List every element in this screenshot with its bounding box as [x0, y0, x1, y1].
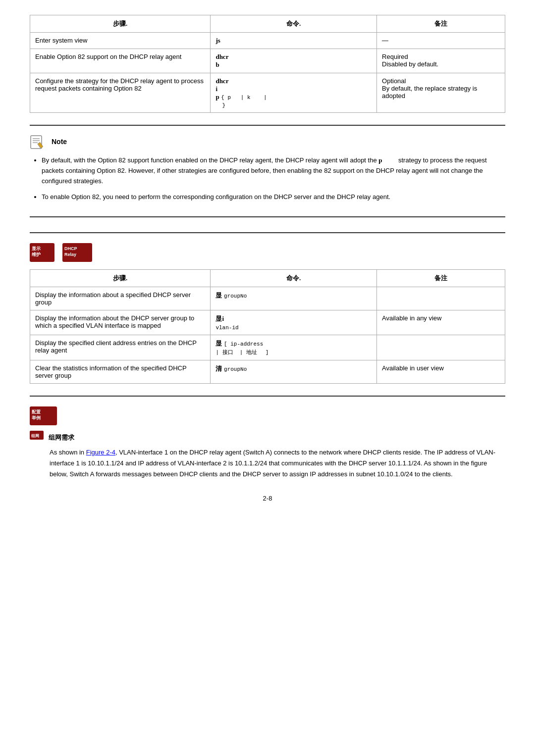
col2-header-note: 备注	[377, 270, 505, 287]
note-required: Required Disabled by default.	[377, 49, 505, 73]
table1-section: 步骤. 命令. 备注 Enter system view js — Enable…	[30, 15, 505, 113]
example-section: 配置 举例 组网 组网需求 As shown in Figure 2-4, VL…	[30, 406, 505, 480]
cmd-configure-strategy: dhcrip { p | k | }	[211, 73, 377, 113]
note-any-view: Available in any view	[377, 310, 505, 335]
col-header-cmd: 命令.	[211, 15, 377, 33]
svg-text:维护: 维护	[32, 252, 41, 257]
note-optional: Optional By default, the replace strateg…	[377, 73, 505, 113]
example-heading: 配置 举例	[30, 406, 505, 427]
note-dash: —	[377, 33, 505, 49]
step-configure-strategy: Configure the strategy for the DHCP rela…	[30, 73, 211, 113]
note-title: Note	[52, 138, 67, 146]
col2-header-step: 步骤.	[30, 270, 211, 287]
col-header-note: 备注	[377, 15, 505, 33]
table-row: Display the information about a specifie…	[30, 287, 505, 310]
table-row: Enter system view js —	[30, 33, 505, 49]
col2-header-cmd: 命令.	[211, 270, 377, 287]
note-display-server	[377, 287, 505, 310]
section2-icon-left: 显示 维护	[30, 243, 54, 263]
table-row: Enable Option 82 support on the DHCP rel…	[30, 49, 505, 73]
note-item-1: By default, with the Option 82 support f…	[42, 155, 505, 186]
example-paragraph: As shown in Figure 2-4, VLAN-interface 1…	[50, 447, 505, 480]
section2-heading: 显示 维护 DHCP Relay	[30, 243, 505, 263]
svg-text:举例: 举例	[32, 415, 41, 420]
section2-divider	[30, 396, 505, 397]
note-header: Note	[30, 134, 505, 150]
cmd-enable-option82: dhcrb	[211, 49, 377, 73]
svg-text:Relay: Relay	[64, 252, 76, 257]
page-number: 2-8	[30, 495, 505, 502]
svg-text:组网: 组网	[31, 434, 39, 438]
cmd-system-view: js	[211, 33, 377, 49]
step-display-client-addr: Display the specified client address ent…	[30, 335, 211, 360]
table-row: Clear the statistics information of the …	[30, 360, 505, 384]
svg-text:配置: 配置	[32, 409, 41, 414]
example-subheading: 组网 组网需求	[30, 431, 505, 442]
note-list: By default, with the Option 82 support f…	[30, 155, 505, 202]
table-row: Display the information about the DHCP s…	[30, 310, 505, 335]
section-divider	[30, 232, 505, 233]
table-row: Configure the strategy for the DHCP rela…	[30, 73, 505, 113]
step-display-vlan-info: Display the information about the DHCP s…	[30, 310, 211, 335]
note-user-view: Available in user view	[377, 360, 505, 384]
step-enter-system: Enter system view	[30, 33, 211, 49]
example-subheading-icon: 组网	[30, 434, 46, 441]
step-clear-stats: Clear the statistics information of the …	[30, 360, 211, 384]
section2-icon-right: DHCP Relay	[62, 243, 92, 263]
svg-text:DHCP: DHCP	[64, 246, 77, 251]
cmd-display-client: 显 [ ip-address | 接口 | 地址 ]	[211, 335, 377, 360]
step-display-server-group: Display the information about a specifie…	[30, 287, 211, 310]
note-item-2: To enable Option 82, you need to perform…	[42, 192, 505, 202]
cmd-display-vlan: 显i vlan-id	[211, 310, 377, 335]
cmd-display-server-group: 显 groupNo	[211, 287, 377, 310]
note-section: Note By default, with the Option 82 supp…	[30, 125, 505, 217]
example-body: As shown in Figure 2-4, VLAN-interface 1…	[50, 447, 505, 480]
step-enable-option82: Enable Option 82 support on the DHCP rel…	[30, 49, 211, 73]
table2-section: 步骤. 命令. 备注 Display the information about…	[30, 269, 505, 384]
config-table-1: 步骤. 命令. 备注 Enter system view js — Enable…	[30, 15, 505, 113]
note-client-addr	[377, 335, 505, 360]
col-header-step: 步骤.	[30, 15, 211, 33]
cmd-clear-stats: 清 groupNo	[211, 360, 377, 384]
subsection-label: 组网需求	[49, 434, 74, 441]
table-row: Display the specified client address ent…	[30, 335, 505, 360]
figure-link[interactable]: Figure 2-4	[86, 449, 115, 456]
svg-text:显示: 显示	[32, 246, 41, 251]
example-icon: 配置 举例	[30, 406, 57, 427]
config-table-2: 步骤. 命令. 备注 Display the information about…	[30, 269, 505, 384]
note-pencil-icon	[30, 134, 46, 150]
